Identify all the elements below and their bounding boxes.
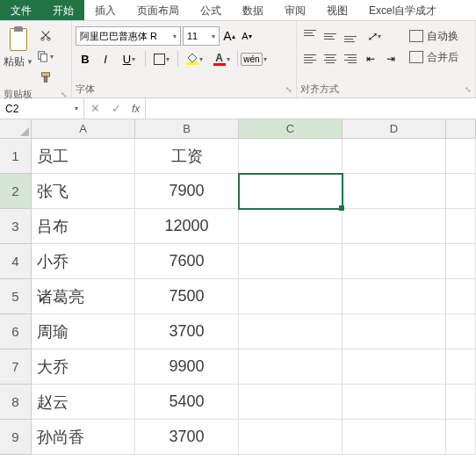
row-header-5[interactable]: 5 [0,279,32,314]
tab-data[interactable]: 数据 [232,0,274,20]
cell-E7[interactable] [446,349,476,385]
cell-B2[interactable]: 7900 [135,174,239,209]
cell-E5[interactable] [446,279,476,314]
decrease-indent-button[interactable]: ⇤ [361,49,380,68]
format-painter-button[interactable] [37,68,54,86]
tab-review[interactable]: 审阅 [274,0,316,20]
copy-button[interactable]: ▾ [37,47,54,65]
cell-D2[interactable] [343,174,446,209]
cell-A6[interactable]: 周瑜 [32,314,135,349]
cell-C6[interactable] [239,314,343,349]
cell-E4[interactable] [446,244,476,279]
cell-E8[interactable] [446,385,476,420]
cell-C1[interactable] [239,139,343,174]
tab-view[interactable]: 视图 [316,0,358,20]
tab-formulas[interactable]: 公式 [190,0,232,20]
cell-A3[interactable]: 吕布 [32,209,135,244]
dialog-launcher-icon[interactable]: ⤡ [465,85,472,94]
dialog-launcher-icon[interactable]: ⤡ [285,85,292,94]
cell-C9[interactable] [239,420,343,455]
accept-formula-button[interactable]: ✓ [105,102,126,115]
align-top-button[interactable] [300,26,320,46]
merge-center-button[interactable]: 合并后 [406,47,462,67]
cell-C4[interactable] [239,244,343,279]
cell-A1[interactable]: 员工 [32,139,135,174]
tab-extra[interactable]: Excel自学成才 [358,0,447,20]
fill-color-button[interactable]: ▾ [181,49,207,68]
tab-home[interactable]: 开始 [42,0,84,20]
tab-pagelayout[interactable]: 页面布局 [126,0,190,20]
border-button[interactable]: ▾ [148,49,175,68]
cell-C2[interactable] [239,174,343,209]
align-bottom-button[interactable] [341,26,360,46]
cell-A9[interactable]: 孙尚香 [32,420,135,455]
phonetic-button[interactable]: wén▾ [241,49,267,68]
grow-font-button[interactable]: A▴ [221,26,237,46]
cell-D7[interactable] [343,349,446,385]
cell-D9[interactable] [343,420,446,455]
cell-B9[interactable]: 3700 [135,420,239,455]
cell-D1[interactable] [343,139,446,174]
cell-C7[interactable] [239,349,343,385]
bold-button[interactable]: B [76,49,95,68]
cell-D6[interactable] [343,314,446,349]
cell-A5[interactable]: 诸葛亮 [32,279,135,314]
font-name-select[interactable]: 阿里巴巴普惠体 R ▾ [76,26,181,46]
col-header-E[interactable] [446,119,476,139]
row-header-6[interactable]: 6 [0,314,32,349]
row-header-4[interactable]: 4 [0,244,32,279]
cell-D5[interactable] [343,279,446,314]
cell-A2[interactable]: 张飞 [32,174,135,209]
underline-button[interactable]: U▾ [116,49,142,68]
wrap-text-button[interactable]: 自动换 [406,26,462,46]
font-size-select[interactable]: 11 ▾ [183,26,220,46]
increase-indent-button[interactable]: ⇥ [381,49,400,68]
italic-button[interactable]: I [96,49,115,68]
cell-B4[interactable]: 7600 [135,244,239,279]
row-header-2[interactable]: 2 [0,174,32,209]
align-left-button[interactable] [300,49,320,68]
cell-A7[interactable]: 大乔 [32,349,135,385]
row-header-8[interactable]: 8 [0,385,32,420]
cell-E2[interactable] [446,174,476,209]
shrink-font-button[interactable]: A▾ [239,26,255,46]
cell-E9[interactable] [446,420,476,455]
orientation-button[interactable]: ⤢▾ [361,26,387,46]
select-all-corner[interactable] [0,119,32,139]
cell-D4[interactable] [343,244,446,279]
align-middle-button[interactable] [321,26,340,46]
cell-B1[interactable]: 工资 [135,139,239,174]
col-header-D[interactable]: D [343,119,446,139]
cell-B7[interactable]: 9900 [135,349,239,385]
cell-B8[interactable]: 5400 [135,385,239,420]
cell-C5[interactable] [239,279,343,314]
tab-insert[interactable]: 插入 [84,0,126,20]
align-right-button[interactable] [341,49,360,68]
row-header-7[interactable]: 7 [0,349,32,385]
cell-C8[interactable] [239,385,343,420]
cell-D8[interactable] [343,385,446,420]
dialog-launcher-icon[interactable]: ⤡ [61,90,68,99]
cell-A8[interactable]: 赵云 [32,385,135,420]
cell-E1[interactable] [446,139,476,174]
cell-B6[interactable]: 3700 [135,314,239,349]
cell-C3[interactable] [239,209,343,244]
cell-B5[interactable]: 7500 [135,279,239,314]
fx-icon[interactable]: fx [126,103,145,115]
name-box[interactable]: C2 ▾ [0,98,84,119]
row-header-9[interactable]: 9 [0,420,32,455]
col-header-B[interactable]: B [135,119,239,139]
row-header-1[interactable]: 1 [0,139,32,174]
cancel-formula-button[interactable]: ✕ [84,102,105,115]
cut-button[interactable] [37,26,54,44]
cell-E6[interactable] [446,314,476,349]
cell-A4[interactable]: 小乔 [32,244,135,279]
col-header-A[interactable]: A [32,119,135,139]
col-header-C[interactable]: C [239,119,343,139]
cell-B3[interactable]: 12000 [135,209,239,244]
tab-file[interactable]: 文件 [0,0,42,20]
formula-input[interactable] [146,98,476,119]
paste-button[interactable]: 粘贴 ▼ [4,23,33,69]
cell-D3[interactable] [343,209,446,244]
row-header-3[interactable]: 3 [0,209,32,244]
